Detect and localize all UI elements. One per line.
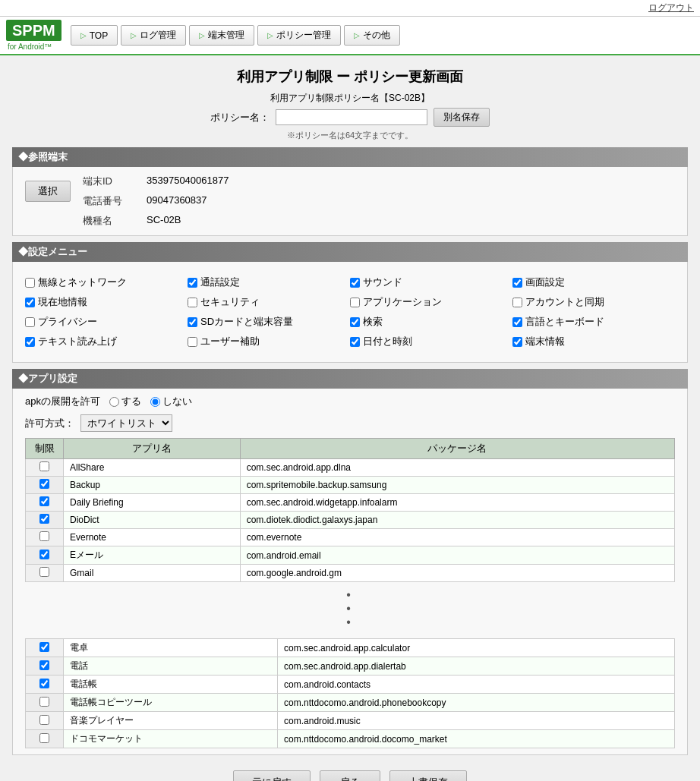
app-name-bottom-2: 電話帳 [64, 676, 278, 694]
settings-item-11[interactable]: 言語とキーボード [512, 315, 675, 329]
app-checkbox-top-1[interactable] [39, 479, 49, 489]
settings-item-12[interactable]: テキスト読み上げ [25, 335, 188, 348]
settings-label-9: SDカードと端末容量 [200, 315, 293, 329]
settings-label-4: 現在地情報 [38, 295, 87, 309]
settings-checkbox-3[interactable] [512, 278, 522, 288]
app-package-bottom-0: com.sec.android.app.calculator [278, 639, 675, 657]
settings-item-10[interactable]: 検索 [350, 315, 512, 329]
app-checkbox-bottom-2[interactable] [39, 679, 49, 688]
select-device-button[interactable]: 選択 [25, 181, 71, 202]
nav-top[interactable]: TOP [71, 25, 118, 46]
settings-item-15[interactable]: 端末情報 [512, 335, 675, 348]
app-table-top: 制限 アプリ名 パッケージ名 AllSharecom.sec.android.a… [25, 438, 675, 582]
settings-checkbox-9[interactable] [188, 317, 197, 327]
app-checkbox-top-5[interactable] [39, 550, 49, 559]
settings-checkbox-2[interactable] [350, 278, 360, 288]
app-checkbox-bottom-1[interactable] [39, 660, 49, 670]
permission-select[interactable]: ホワイトリスト ブラックリスト [80, 414, 172, 432]
nav-policy[interactable]: ポリシー管理 [257, 25, 341, 46]
app-row-bottom-1: 電話com.sec.android.app.dialertab [26, 657, 675, 676]
app-checkbox-top-0[interactable] [39, 461, 49, 471]
app-name-top-2: Daily Briefing [64, 494, 241, 512]
settings-checkbox-6[interactable] [350, 298, 360, 307]
settings-item-5[interactable]: セキュリティ [188, 295, 350, 309]
app-package-top-3: com.diotek.diodict.galaxys.japan [240, 512, 674, 529]
settings-checkbox-13[interactable] [188, 337, 197, 347]
settings-item-7[interactable]: アカウントと同期 [512, 295, 675, 309]
app-checkbox-top-6[interactable] [39, 567, 49, 577]
col-header-package: パッケージ名 [240, 439, 674, 459]
settings-checkbox-7[interactable] [512, 298, 522, 307]
policy-ref-label: 利用アプリ制限ポリシー名【SC-02B】 [0, 92, 700, 105]
app-checkbox-top-2[interactable] [39, 496, 49, 506]
app-row-top-6: Gmailcom.google.android.gm [26, 565, 675, 582]
policy-hint: ※ポリシー名は64文字までです。 [0, 130, 700, 141]
settings-menu-content: 無線とネットワーク通話設定サウンド画面設定現在地情報セキュリティアプリケーション… [12, 262, 688, 363]
settings-item-9[interactable]: SDカードと端末容量 [188, 315, 350, 329]
app-name-top-6: Gmail [64, 565, 241, 582]
app-checkbox-bottom-4[interactable] [39, 715, 49, 725]
settings-checkbox-14[interactable] [350, 337, 360, 347]
settings-label-0: 無線とネットワーク [38, 276, 127, 289]
app-package-bottom-2: com.android.contacts [278, 676, 675, 694]
settings-checkbox-4[interactable] [25, 298, 35, 307]
settings-checkbox-15[interactable] [512, 337, 522, 347]
settings-label-5: セキュリティ [200, 295, 260, 309]
settings-item-13[interactable]: ユーザー補助 [188, 335, 350, 348]
app-row-bottom-5: ドコモマーケットcom.nttdocomo.android.docomo_mar… [26, 730, 675, 748]
app-row-top-0: AllSharecom.sec.android.app.dlna [26, 459, 675, 477]
app-settings-content: apkの展開を許可 する しない 許可方式： ホワイトリスト ブラックリスト 制 [12, 389, 688, 755]
app-checkbox-top-4[interactable] [39, 531, 49, 541]
app-settings-header: ◆アプリ設定 [12, 369, 688, 389]
settings-checkbox-1[interactable] [188, 278, 197, 288]
settings-label-8: プライバシー [38, 315, 97, 329]
settings-item-8[interactable]: プライバシー [25, 315, 188, 329]
nav-other[interactable]: その他 [344, 25, 400, 46]
settings-checkbox-5[interactable] [188, 298, 197, 307]
app-checkbox-bottom-5[interactable] [39, 733, 49, 743]
app-row-top-1: Backupcom.spritemobile.backup.samsung [26, 477, 675, 494]
back-to-button[interactable]: 元に戻す [233, 770, 311, 781]
settings-checkbox-12[interactable] [25, 337, 35, 347]
app-package-top-1: com.spritemobile.backup.samsung [240, 477, 674, 494]
settings-checkbox-10[interactable] [350, 317, 360, 327]
app-package-top-6: com.google.android.gm [240, 565, 674, 582]
settings-label-1: 通話設定 [200, 276, 240, 289]
apk-radio-yes[interactable]: する [109, 395, 141, 408]
table-ellipsis: ••• [25, 582, 675, 635]
app-checkbox-bottom-3[interactable] [39, 697, 49, 707]
settings-item-0[interactable]: 無線とネットワーク [25, 276, 188, 289]
app-name-top-0: AllShare [64, 459, 241, 477]
settings-item-14[interactable]: 日付と時刻 [350, 335, 512, 348]
settings-label-7: アカウントと同期 [525, 295, 604, 309]
policy-name-input[interactable] [276, 109, 427, 125]
settings-item-2[interactable]: サウンド [350, 276, 512, 289]
settings-checkbox-0[interactable] [25, 278, 35, 288]
settings-label-3: 画面設定 [525, 276, 565, 289]
app-name-bottom-4: 音楽プレイヤー [64, 712, 278, 730]
app-row-bottom-2: 電話帳com.android.contacts [26, 676, 675, 694]
app-checkbox-top-3[interactable] [39, 514, 49, 524]
settings-label-12: テキスト読み上げ [38, 335, 117, 348]
settings-item-1[interactable]: 通話設定 [188, 276, 350, 289]
app-row-bottom-0: 電卓com.sec.android.app.calculator [26, 639, 675, 657]
settings-checkbox-11[interactable] [512, 317, 522, 327]
nav-log[interactable]: ログ管理 [121, 25, 186, 46]
logout-link[interactable]: ログアウト [648, 2, 694, 14]
settings-item-6[interactable]: アプリケーション [350, 295, 512, 309]
app-checkbox-bottom-0[interactable] [39, 642, 49, 652]
save-alias-button[interactable]: 別名保存 [434, 108, 490, 127]
app-row-top-5: Eメールcom.android.email [26, 546, 675, 565]
logo: SPPM [6, 20, 61, 41]
nav-device[interactable]: 端末管理 [189, 25, 254, 46]
settings-item-3[interactable]: 画面設定 [512, 276, 675, 289]
bottom-buttons: 元に戻す 戻る 上書保存 [0, 770, 700, 781]
apk-radio-no[interactable]: しない [150, 395, 192, 408]
settings-checkbox-8[interactable] [25, 317, 35, 327]
overwrite-save-button[interactable]: 上書保存 [389, 770, 467, 781]
back-button[interactable]: 戻る [320, 770, 380, 781]
app-package-top-5: com.android.email [240, 546, 674, 565]
settings-item-4[interactable]: 現在地情報 [25, 295, 188, 309]
app-name-bottom-5: ドコモマーケット [64, 730, 278, 748]
app-package-bottom-5: com.nttdocomo.android.docomo_market [278, 730, 675, 748]
